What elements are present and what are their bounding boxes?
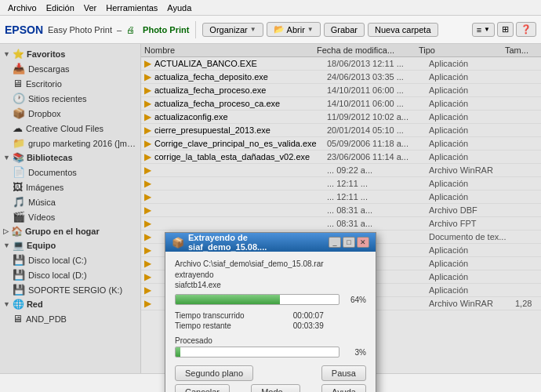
separator-dash: – bbox=[117, 25, 122, 34]
modal-maximize-button[interactable]: □ bbox=[343, 237, 355, 248]
open-arrow-icon: ▼ bbox=[307, 26, 314, 33]
menu-bar: Archivo Edición Ver Herramientas Ayuda bbox=[0, 0, 541, 16]
modal-titlebar: 📦 Extrayendo de siaf_demo_15.08.... _ □ … bbox=[165, 233, 376, 252]
menu-ver[interactable]: Ver bbox=[79, 2, 102, 14]
modo-button[interactable]: Modo... bbox=[251, 384, 300, 392]
modal-overlay: 📦 Extrayendo de siaf_demo_15.08.... _ □ … bbox=[0, 44, 541, 373]
modal-winrar-icon: 📦 bbox=[172, 237, 184, 249]
save-label: Grabar bbox=[331, 25, 358, 34]
cancelar-button[interactable]: Cancelar bbox=[175, 384, 230, 392]
segundo-plano-button[interactable]: Segundo plano bbox=[175, 365, 253, 381]
time-restante-label: Tiempo restante bbox=[175, 321, 287, 330]
ayuda-button[interactable]: Ayuda bbox=[321, 384, 366, 392]
open-folder-icon: 📂 bbox=[274, 24, 285, 34]
save-button[interactable]: Grabar bbox=[324, 23, 365, 37]
view-toggle-button[interactable]: ≡ ▼ bbox=[472, 23, 495, 37]
progress-bar-2 bbox=[175, 347, 339, 358]
modal-buttons-row2: Cancelar Modo... Ayuda bbox=[175, 384, 366, 392]
modal-buttons-row1: Segundo plano Pausa bbox=[175, 365, 366, 384]
menu-ayuda[interactable]: Ayuda bbox=[162, 2, 196, 14]
progress-pct-2: 3% bbox=[344, 348, 366, 357]
modal-filename: siafctb14.exe bbox=[175, 281, 366, 289]
open-button[interactable]: 📂 Abrir ▼ bbox=[267, 22, 321, 37]
help-button[interactable]: ❓ bbox=[516, 22, 536, 37]
extraction-modal: 📦 Extrayendo de siaf_demo_15.08.... _ □ … bbox=[165, 232, 376, 392]
modal-processed-label: Procesado bbox=[175, 336, 366, 345]
modal-title-left: 📦 Extrayendo de siaf_demo_15.08.... bbox=[172, 233, 329, 252]
modal-close-button[interactable]: ✕ bbox=[357, 237, 369, 248]
progress-pct-1: 64% bbox=[344, 296, 366, 304]
organize-arrow-icon: ▼ bbox=[250, 26, 256, 33]
toolbar-separator bbox=[195, 21, 196, 38]
photo-print-label: Photo Print bbox=[143, 25, 189, 34]
menu-herramientas[interactable]: Herramientas bbox=[101, 2, 162, 14]
progress-fill-2 bbox=[176, 347, 180, 357]
brand-epson: EPSON bbox=[5, 24, 43, 36]
organize-label: Organizar bbox=[209, 25, 247, 34]
modal-minimize-button[interactable]: _ bbox=[329, 237, 341, 248]
new-folder-label: Nueva carpeta bbox=[375, 25, 431, 34]
app-name: Easy Photo Print bbox=[48, 25, 112, 34]
menu-archivo[interactable]: Archivo bbox=[3, 2, 42, 14]
modal-body: Archivo C:\siaf_demo\siaf_demo_15.08.rar… bbox=[165, 252, 376, 392]
time-transcurrido-value: 00:00:07 bbox=[293, 311, 366, 320]
photo-print-icon: 🖨 bbox=[126, 25, 135, 34]
modal-file-path: Archivo C:\siaf_demo\siaf_demo_15.08.rar bbox=[175, 260, 366, 268]
new-folder-button[interactable]: Nueva carpeta bbox=[368, 23, 438, 37]
modal-times: Tiempo transcurrido 00:00:07 Tiempo rest… bbox=[175, 311, 366, 330]
view-controls: ≡ ▼ ⊞ ❓ bbox=[472, 22, 536, 37]
toolbar: EPSON Easy Photo Print – 🖨 Photo Print O… bbox=[0, 16, 541, 44]
progress-bar-1 bbox=[175, 294, 339, 305]
open-label: Abrir bbox=[287, 25, 305, 34]
pausa-button[interactable]: Pausa bbox=[321, 365, 366, 381]
modal-controls: _ □ ✕ bbox=[329, 237, 369, 248]
menu-edicion[interactable]: Edición bbox=[42, 2, 79, 14]
progress-row-1: 64% bbox=[175, 294, 366, 305]
main-area: ▼ ⭐ Favoritos 📥 Descargas 🖥 Escritorio 🕐… bbox=[0, 44, 541, 373]
modal-extracting-label: extrayendo bbox=[175, 270, 366, 279]
time-transcurrido-label: Tiempo transcurrido bbox=[175, 311, 287, 320]
layout-button[interactable]: ⊞ bbox=[497, 22, 514, 37]
modal-title-text: Extrayendo de siaf_demo_15.08.... bbox=[188, 233, 329, 252]
time-restante-value: 00:03:39 bbox=[293, 321, 366, 330]
progress-row-2: 3% bbox=[175, 347, 366, 358]
progress-fill-1 bbox=[176, 295, 280, 304]
organize-button[interactable]: Organizar ▼ bbox=[202, 23, 263, 37]
